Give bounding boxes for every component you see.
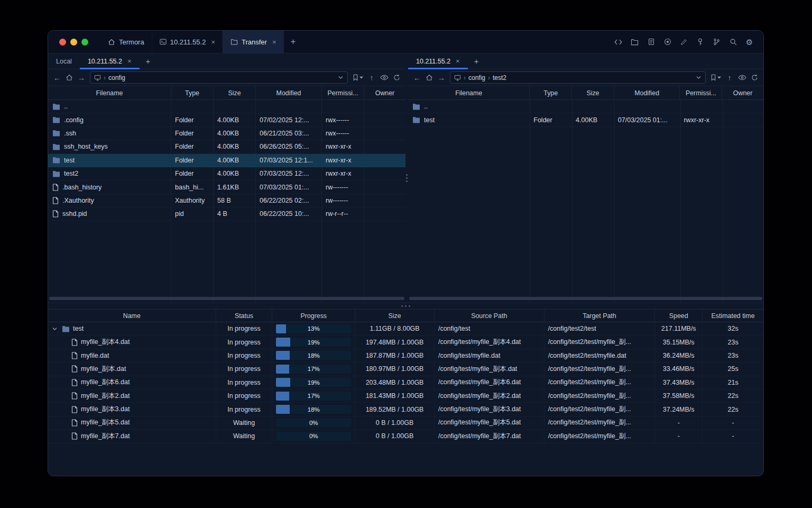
record-icon[interactable] [663, 38, 672, 47]
column-header-size[interactable]: Size [572, 86, 614, 99]
column-header-permissi[interactable]: Permissi... [322, 86, 364, 99]
file-type: bash_hi... [171, 180, 214, 193]
file-row[interactable]: test2Folder4.00KB07/03/2025 12:...rwxr-x… [48, 167, 405, 180]
upload-icon[interactable]: ↑ [368, 74, 375, 81]
column-header-speed[interactable]: Speed [655, 310, 703, 322]
transfer-row[interactable]: myfile_副本7.datWaiting0%0 B / 1.00GB/conf… [48, 430, 763, 443]
file-row[interactable]: testFolder4.00KB07/03/2025 01:...rwxr-xr… [408, 113, 763, 126]
breadcrumb-segment[interactable]: test2 [493, 74, 506, 81]
folder-icon[interactable] [630, 38, 639, 47]
transfer-row[interactable]: testIn progress13%1.11GB / 8.00GB/config… [48, 322, 763, 335]
panel-tab-10-211-55-2[interactable]: 10.211.55.2× [80, 53, 140, 69]
progress-bar: 19% [276, 378, 351, 387]
new-app-tab-button[interactable]: + [284, 31, 303, 53]
path-dropdown-icon[interactable] [696, 75, 702, 80]
search-icon[interactable] [728, 38, 737, 47]
column-header-source-path[interactable]: Source Path [435, 310, 545, 322]
refresh-icon[interactable] [393, 74, 400, 81]
eye-icon[interactable] [380, 75, 389, 80]
transfer-splitter[interactable] [48, 303, 763, 309]
bookmark-icon[interactable] [710, 74, 721, 81]
file-row[interactable]: .configFolder4.00KB07/02/2025 12:...rwx-… [48, 113, 405, 126]
column-header-type[interactable]: Type [171, 86, 214, 99]
transfer-row[interactable]: myfile_副本4.datIn progress19%197.48MB / 1… [48, 335, 763, 349]
forward-icon[interactable]: → [438, 74, 445, 81]
new-panel-tab-button[interactable]: + [140, 53, 157, 69]
file-row[interactable]: ssh_host_keysFolder4.00KB06/26/2025 05:.… [48, 140, 405, 153]
column-header-type[interactable]: Type [530, 86, 572, 99]
close-tab-icon[interactable]: × [211, 39, 215, 46]
minimize-window-button[interactable] [70, 39, 77, 46]
file-row[interactable]: sshd.pidpid4 B06/22/2025 10:...rw-r--r-- [48, 207, 405, 221]
transfer-row[interactable]: myfile.datIn progress18%187.87MB / 1.00G… [48, 349, 763, 362]
app-tab-label: Termora [119, 38, 144, 46]
new-panel-tab-button[interactable]: + [468, 53, 485, 69]
breadcrumb-segment[interactable]: config [468, 74, 485, 81]
transfer-row[interactable]: myfile_副本.datIn progress17%180.97MB / 1.… [48, 362, 763, 376]
file-modified: 07/02/2025 12:... [256, 113, 322, 126]
back-icon[interactable]: ← [53, 74, 61, 81]
close-window-button[interactable] [59, 39, 66, 46]
path-breadcrumb[interactable]: ›config›test2 [450, 71, 706, 84]
close-tab-icon[interactable]: × [127, 58, 132, 65]
close-tab-icon[interactable]: × [456, 58, 460, 65]
column-header-filename[interactable]: Filename [48, 86, 171, 99]
breadcrumb-segment[interactable]: config [108, 74, 125, 81]
transfer-row[interactable]: myfile_副本2.datIn progress17%181.43MB / 1… [48, 389, 763, 403]
file-row[interactable]: .bash_historybash_hi...1.61KB07/03/2025 … [48, 180, 405, 194]
edit-icon[interactable] [679, 38, 688, 47]
file-row[interactable]: testFolder4.00KB07/03/2025 12:1...rwxr-x… [48, 154, 405, 167]
file-row[interactable]: .sshFolder4.00KB06/21/2025 03:...rwx----… [48, 127, 405, 140]
panel-tab-10-211-55-2[interactable]: 10.211.55.2× [408, 53, 468, 69]
app-tab-10-211-55-2[interactable]: 10.211.55.2× [152, 31, 223, 53]
panel-tab-local[interactable]: Local [48, 53, 80, 69]
file-row[interactable]: .XauthorityXauthority58 B06/22/2025 02:.… [48, 194, 405, 207]
transfer-row[interactable]: myfile_副本5.datWaiting0%0 B / 1.00GB/conf… [48, 416, 763, 430]
column-header-name[interactable]: Name [48, 310, 216, 322]
upload-icon[interactable]: ↑ [726, 74, 733, 81]
transfer-eta: - [703, 416, 763, 429]
column-header-status[interactable]: Status [216, 310, 273, 322]
column-header-size[interactable]: Size [214, 86, 256, 99]
forward-icon[interactable]: → [78, 74, 85, 81]
settings-icon[interactable]: ⚙ [745, 38, 754, 47]
back-icon[interactable]: ← [413, 74, 421, 81]
column-header-target-path[interactable]: Target Path [545, 310, 656, 322]
code-icon[interactable] [614, 38, 623, 47]
home-icon[interactable] [426, 74, 433, 81]
column-header-modified[interactable]: Modified [256, 86, 322, 99]
file-size: 4.00KB [572, 113, 614, 126]
column-header-estimated-time[interactable]: Estimated time [703, 310, 763, 322]
column-header-modified[interactable]: Modified [614, 86, 680, 99]
column-header-progress[interactable]: Progress [272, 310, 355, 322]
transfer-table-body: testIn progress13%1.11GB / 8.00GB/config… [48, 322, 763, 443]
eye-icon[interactable] [738, 75, 746, 80]
app-tab-termora[interactable]: Termora [100, 31, 152, 53]
key-icon[interactable] [696, 38, 705, 47]
home-icon[interactable] [66, 74, 73, 81]
zoom-window-button[interactable] [81, 39, 88, 46]
file-icon [71, 419, 78, 427]
transfer-source-path: /config/test/myfile.dat [435, 349, 545, 362]
file-row[interactable]: .. [48, 100, 405, 113]
bookmark-icon[interactable] [353, 74, 363, 81]
transfer-row[interactable]: myfile_副本3.datIn progress18%189.52MB / 1… [48, 403, 763, 416]
horizontal-scrollbar[interactable] [409, 297, 762, 300]
path-breadcrumb[interactable]: ›config [90, 71, 348, 84]
breadcrumb-separator-icon: › [488, 74, 490, 81]
column-header-size[interactable]: Size [355, 310, 435, 322]
app-tab-transfer[interactable]: Transfer× [223, 31, 284, 53]
column-header-permissi[interactable]: Permissi... [680, 86, 722, 99]
path-dropdown-icon[interactable] [338, 75, 344, 80]
close-tab-icon[interactable]: × [272, 39, 276, 46]
transfer-row[interactable]: myfile_副本6.datIn progress19%203.48MB / 1… [48, 376, 763, 389]
expand-chevron-icon[interactable] [52, 326, 59, 332]
refresh-icon[interactable] [751, 74, 758, 81]
column-header-owner[interactable]: Owner [364, 86, 405, 99]
branch-icon[interactable] [712, 38, 721, 47]
column-header-owner[interactable]: Owner [722, 86, 763, 99]
horizontal-scrollbar[interactable] [49, 297, 404, 300]
column-header-filename[interactable]: Filename [408, 86, 530, 99]
file-row[interactable]: .. [408, 100, 763, 113]
log-icon[interactable] [647, 38, 656, 47]
